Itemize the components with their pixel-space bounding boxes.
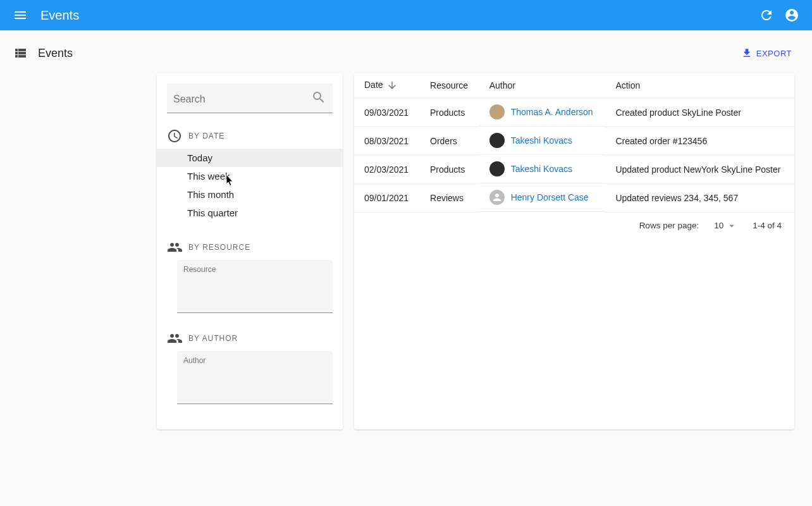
author-link[interactable]: Henry Dorsett Case bbox=[511, 192, 589, 202]
avatar bbox=[489, 161, 505, 176]
export-label: EXPORT bbox=[756, 49, 792, 58]
avatar bbox=[489, 190, 505, 205]
filters-panel: BY DATE TodayThis weekThis monthThis qua… bbox=[157, 73, 343, 429]
pagination-range: 1-4 of 4 bbox=[753, 221, 782, 230]
account-circle-icon bbox=[784, 8, 799, 23]
cell-date: 09/01/2021 bbox=[354, 183, 420, 212]
cell-resource: Orders bbox=[420, 126, 479, 155]
account-button[interactable] bbox=[779, 3, 804, 28]
refresh-button[interactable] bbox=[754, 3, 779, 28]
cell-action: Created order #123456 bbox=[605, 126, 794, 155]
dropdown-icon bbox=[726, 220, 737, 231]
view-list-icon bbox=[13, 46, 28, 61]
date-filter-item[interactable]: Today bbox=[157, 149, 343, 167]
people-icon bbox=[167, 240, 182, 255]
cell-action: Updated product NewYork SkyLine Poster bbox=[605, 155, 794, 183]
rows-per-page-select[interactable]: 10 bbox=[714, 220, 737, 231]
cell-resource: Reviews bbox=[420, 183, 479, 212]
page-title: Events bbox=[38, 47, 73, 60]
appbar: Events bbox=[0, 0, 812, 30]
col-date[interactable]: Date bbox=[354, 73, 420, 98]
refresh-icon bbox=[759, 8, 774, 23]
cell-author: Takeshi Kovacs bbox=[479, 155, 606, 183]
table-row[interactable]: 02/03/2021ProductsTakeshi KovacsUpdated … bbox=[354, 155, 794, 183]
col-action[interactable]: Action bbox=[605, 73, 794, 98]
author-link[interactable]: Takeshi Kovacs bbox=[511, 135, 572, 145]
filter-by-resource: BY RESOURCE Resource bbox=[167, 240, 333, 313]
cell-date: 08/03/2021 bbox=[354, 126, 420, 155]
cell-author: Henry Dorsett Case bbox=[479, 183, 606, 212]
filter-by-date: BY DATE TodayThis weekThis monthThis qua… bbox=[167, 128, 333, 222]
author-link[interactable]: Thomas A. Anderson bbox=[511, 107, 593, 117]
search-input[interactable] bbox=[167, 83, 333, 113]
cell-author: Takeshi Kovacs bbox=[479, 126, 606, 155]
resource-filter-label: Resource bbox=[183, 265, 326, 274]
clock-icon bbox=[167, 128, 182, 144]
table-row[interactable]: 09/01/2021ReviewsHenry Dorsett CaseUpdat… bbox=[354, 183, 794, 212]
cell-date: 02/03/2021 bbox=[354, 155, 420, 183]
author-filter-label: Author bbox=[183, 356, 326, 365]
avatar bbox=[489, 104, 505, 120]
avatar bbox=[489, 133, 505, 148]
cell-action: Updated reviews 234, 345, 567 bbox=[605, 183, 794, 212]
cell-resource: Products bbox=[420, 155, 479, 183]
search-icon bbox=[311, 90, 326, 108]
people-icon bbox=[167, 331, 182, 346]
arrow-down-icon bbox=[386, 80, 398, 91]
resource-filter-input[interactable]: Resource bbox=[177, 260, 333, 313]
filter-by-date-header: BY DATE bbox=[188, 132, 225, 140]
appbar-title: Events bbox=[40, 8, 79, 23]
rows-per-page-label: Rows per page: bbox=[639, 221, 699, 230]
filter-by-resource-header: BY RESOURCE bbox=[188, 243, 250, 252]
cell-action: Created product SkyLine Poster bbox=[605, 98, 794, 127]
table-row[interactable]: 08/03/2021OrdersTakeshi KovacsCreated or… bbox=[354, 126, 794, 155]
cell-resource: Products bbox=[420, 98, 479, 127]
events-table: Date Resource Author Action 09/03/2021Pr… bbox=[354, 73, 794, 429]
cell-date: 09/03/2021 bbox=[354, 98, 420, 127]
table-row[interactable]: 09/03/2021ProductsThomas A. AndersonCrea… bbox=[354, 98, 794, 127]
pagination: Rows per page: 10 1-4 of 4 bbox=[354, 213, 794, 242]
export-button[interactable]: EXPORT bbox=[741, 47, 792, 59]
date-filter-item[interactable]: This week bbox=[157, 167, 343, 185]
col-author[interactable]: Author bbox=[479, 73, 606, 98]
filter-by-author-header: BY AUTHOR bbox=[188, 334, 238, 343]
page-header: Events EXPORT bbox=[0, 30, 812, 68]
filter-by-author: BY AUTHOR Author bbox=[167, 331, 333, 404]
hamburger-icon bbox=[13, 8, 28, 23]
author-link[interactable]: Takeshi Kovacs bbox=[511, 164, 572, 174]
download-icon bbox=[741, 47, 753, 59]
col-resource[interactable]: Resource bbox=[420, 73, 479, 98]
date-filter-item[interactable]: This quarter bbox=[157, 204, 343, 222]
author-filter-input[interactable]: Author bbox=[177, 351, 333, 404]
menu-button[interactable] bbox=[8, 3, 33, 28]
cell-author: Thomas A. Anderson bbox=[479, 98, 606, 126]
date-filter-item[interactable]: This month bbox=[157, 185, 343, 204]
